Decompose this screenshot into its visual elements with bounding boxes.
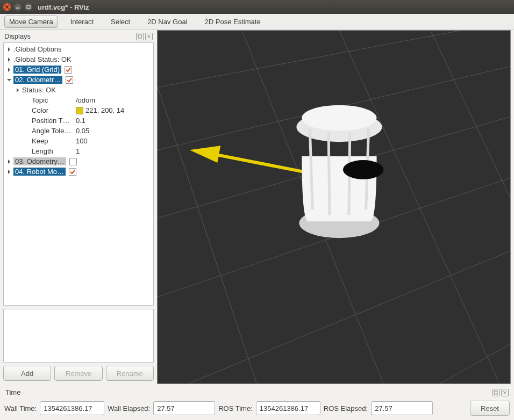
property-length[interactable]: Length1	[4, 146, 153, 156]
color-swatch	[76, 107, 83, 114]
checkbox-odometry[interactable]	[66, 76, 73, 84]
property-keep[interactable]: Keep100	[4, 136, 153, 146]
scene-render	[158, 31, 510, 383]
tree-item-02-odometry[interactable]: 02. Odometr…	[4, 75, 153, 85]
displays-tree[interactable]: .Global Options .Global Status: OK 01. G…	[3, 42, 154, 306]
move-camera-button[interactable]: Move Camera	[4, 16, 58, 28]
robot-model	[296, 105, 383, 238]
tree-item-01-grid[interactable]: 01. Grid (Grid)	[4, 64, 153, 75]
expand-icon[interactable]	[6, 158, 12, 165]
rename-button[interactable]: Rename	[106, 366, 154, 381]
description-panel	[3, 309, 154, 363]
window-maximize-button[interactable]	[25, 3, 32, 11]
toolbar: Move Camera Interact Select 2D Nav Goal …	[0, 14, 514, 30]
ros-elapsed-field[interactable]: 27.57	[371, 401, 433, 415]
close-panel-icon[interactable]	[501, 389, 509, 396]
property-angle-tolerance[interactable]: Angle Tole…0.05	[4, 126, 153, 136]
wall-elapsed-label: Wall Elapsed:	[108, 404, 150, 412]
remove-button[interactable]: Remove	[54, 366, 102, 381]
displays-panel: Displays .Global Options .Global Status:…	[3, 30, 154, 384]
window-title: urdf.vcg* - RViz	[38, 3, 89, 11]
window-close-button[interactable]	[3, 3, 11, 11]
svg-rect-1	[138, 35, 141, 38]
time-title: Time	[5, 388, 490, 396]
ros-time-label: ROS Time:	[218, 404, 253, 412]
ros-time-field[interactable]: 1354261386.17	[256, 401, 320, 415]
checkbox-grid[interactable]	[65, 66, 72, 74]
expand-icon[interactable]	[6, 46, 12, 53]
select-button[interactable]: Select	[106, 16, 135, 28]
add-button[interactable]: Add	[3, 366, 51, 381]
tree-item-03-odometry[interactable]: 03. Odometry…	[4, 156, 153, 166]
title-bar: urdf.vcg* - RViz	[0, 0, 514, 14]
dock-icon[interactable]	[492, 389, 499, 396]
property-position-tolerance[interactable]: Position T…0.1	[4, 115, 153, 126]
close-panel-icon[interactable]	[145, 33, 153, 40]
tree-item-global-status[interactable]: .Global Status: OK	[4, 54, 153, 64]
expand-icon[interactable]	[15, 87, 21, 93]
wall-time-label: Wall Time:	[4, 404, 37, 412]
svg-point-23	[343, 160, 384, 179]
tree-item-04-robot-model[interactable]: 04. Robot Mo…	[4, 166, 153, 177]
nav-goal-button[interactable]: 2D Nav Goal	[142, 16, 192, 28]
wall-elapsed-field[interactable]: 27.57	[153, 401, 215, 415]
svg-rect-0	[27, 5, 30, 9]
window-minimize-button[interactable]	[14, 3, 22, 11]
wall-time-field[interactable]: 1354261386.17	[40, 401, 104, 415]
pose-estimate-button[interactable]: 2D Pose Estimate	[200, 16, 266, 28]
expand-icon[interactable]	[6, 67, 12, 73]
time-panel: Time Wall Time: 1354261386.17 Wall Elaps…	[0, 384, 514, 420]
tree-item-status[interactable]: Status: OK	[4, 85, 153, 95]
property-topic[interactable]: Topic/odom	[4, 95, 153, 105]
expand-icon[interactable]	[6, 169, 12, 175]
reset-button[interactable]: Reset	[470, 401, 510, 416]
3d-viewport[interactable]	[157, 30, 511, 384]
tree-item-global-options[interactable]: .Global Options	[4, 44, 153, 54]
displays-title: Displays	[4, 32, 134, 40]
svg-rect-24	[494, 391, 497, 394]
property-color[interactable]: Color221, 200, 14	[4, 105, 153, 115]
ros-elapsed-label: ROS Elapsed:	[324, 404, 368, 412]
dock-icon[interactable]	[136, 33, 144, 40]
svg-line-21	[329, 132, 330, 215]
collapse-icon[interactable]	[6, 77, 12, 83]
interact-button[interactable]: Interact	[66, 16, 98, 28]
checkbox-robot-model[interactable]	[69, 168, 76, 176]
checkbox-odometry-2[interactable]	[69, 158, 77, 165]
expand-icon[interactable]	[6, 56, 12, 63]
svg-point-18	[302, 105, 376, 131]
